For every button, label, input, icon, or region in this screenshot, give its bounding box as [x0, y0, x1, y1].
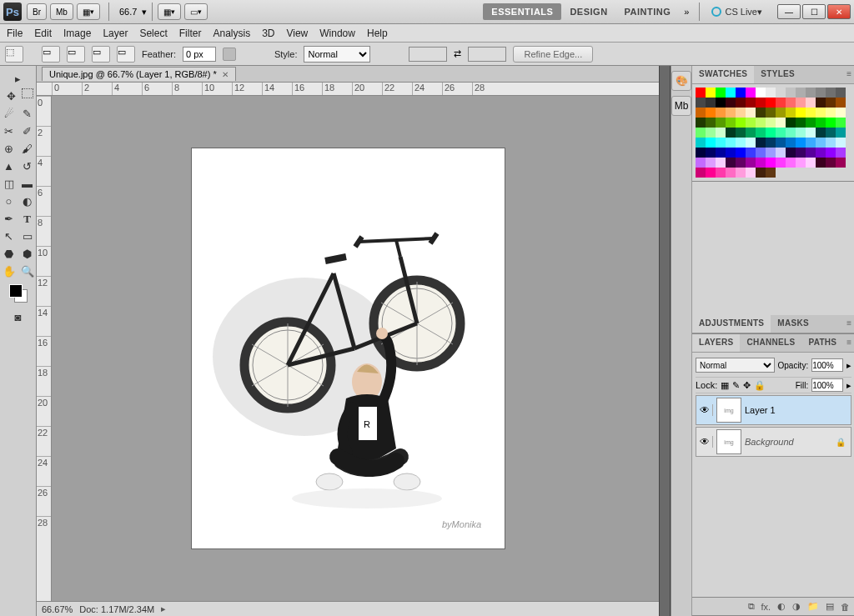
swatch[interactable] — [726, 118, 736, 128]
marquee-tool[interactable] — [22, 88, 33, 98]
panel-menu-icon[interactable]: ≡ — [843, 334, 854, 352]
layer-name[interactable]: Layer 1 — [745, 405, 776, 415]
swatch[interactable] — [776, 118, 786, 128]
swatch[interactable] — [706, 118, 716, 128]
swatch[interactable] — [696, 158, 706, 168]
menu-edit[interactable]: Edit — [34, 28, 52, 39]
add-selection-icon[interactable]: ▭ — [67, 46, 85, 63]
antialias-checkbox[interactable] — [223, 48, 236, 61]
swatch[interactable] — [696, 148, 706, 158]
gradient-tool[interactable]: ▬ — [19, 176, 36, 192]
brush-tool[interactable]: 🖌 — [19, 141, 36, 157]
swatch[interactable] — [716, 128, 726, 138]
swatch[interactable] — [826, 108, 836, 118]
layers-tab[interactable]: LAYERS — [692, 334, 740, 352]
swatch[interactable] — [746, 158, 756, 168]
stamp-tool[interactable]: ▲ — [1, 158, 18, 174]
shape-tool[interactable]: ▭ — [19, 228, 36, 244]
swatch[interactable] — [766, 108, 776, 118]
layer-thumbnail[interactable]: img — [716, 429, 741, 454]
swatch[interactable] — [756, 108, 766, 118]
workspace-painting[interactable]: PAINTING — [616, 3, 680, 20]
swatch[interactable] — [836, 128, 846, 138]
path-select-tool[interactable]: ↖ — [1, 228, 18, 244]
swatch[interactable] — [826, 118, 836, 128]
swatch[interactable] — [776, 148, 786, 158]
lock-position-icon[interactable]: ✥ — [743, 380, 751, 391]
swatch[interactable] — [776, 98, 786, 108]
bridge-button[interactable]: Br — [27, 3, 47, 20]
layer-thumbnail[interactable]: img — [716, 398, 741, 423]
swatch[interactable] — [736, 118, 746, 128]
3d-camera-tool[interactable]: ⬢ — [19, 246, 36, 262]
swatch[interactable] — [796, 118, 806, 128]
maximize-button[interactable]: ☐ — [802, 4, 826, 19]
swatch[interactable] — [696, 108, 706, 118]
eraser-tool[interactable]: ◫ — [1, 176, 18, 192]
swatch[interactable] — [806, 108, 816, 118]
swatches-tab[interactable]: SWATCHES — [692, 66, 754, 83]
feather-input[interactable] — [183, 47, 216, 62]
swatch[interactable] — [746, 98, 756, 108]
swatch[interactable] — [786, 158, 796, 168]
swatch[interactable] — [716, 108, 726, 118]
width-field[interactable] — [409, 47, 447, 62]
status-zoom[interactable]: 66.67% — [42, 604, 73, 614]
document-tab[interactable]: Unique.jpg @ 66.7% (Layer 1, RGB/8#) * ✕ — [42, 67, 236, 81]
menu-select[interactable]: Select — [139, 28, 167, 39]
intersect-selection-icon[interactable]: ▭ — [117, 46, 135, 63]
view-extras-dropdown[interactable]: ▦ — [77, 3, 100, 20]
blur-tool[interactable]: ○ — [1, 193, 18, 209]
channels-tab[interactable]: CHANNELS — [740, 334, 801, 352]
lock-pixels-icon[interactable]: ✎ — [732, 380, 740, 391]
swatch[interactable] — [726, 148, 736, 158]
swatch[interactable] — [746, 88, 756, 98]
tool-preset-picker[interactable]: ⬚ — [5, 46, 23, 63]
eyedropper-tool[interactable]: ✐ — [19, 123, 36, 139]
swatch[interactable] — [736, 158, 746, 168]
panel-dock-strip[interactable] — [659, 66, 671, 616]
swatch[interactable] — [746, 118, 756, 128]
swatch[interactable] — [736, 128, 746, 138]
swatch[interactable] — [786, 108, 796, 118]
swatch[interactable] — [766, 88, 776, 98]
swatch[interactable] — [716, 88, 726, 98]
panel-collapse-icon[interactable]: ▸ — [10, 71, 27, 87]
tab-close-icon[interactable]: ✕ — [222, 70, 229, 79]
hand-tool[interactable]: ✋ — [1, 263, 18, 279]
swatch[interactable] — [766, 148, 776, 158]
visibility-icon[interactable]: 👁 — [696, 404, 713, 416]
opacity-flyout-icon[interactable]: ▸ — [846, 360, 851, 371]
swatch[interactable] — [826, 138, 836, 148]
swatch[interactable] — [696, 128, 706, 138]
fill-flyout-icon[interactable]: ▸ — [846, 380, 851, 391]
swatch[interactable] — [796, 88, 806, 98]
menu-help[interactable]: Help — [367, 28, 388, 39]
swatch[interactable] — [806, 88, 816, 98]
document-canvas[interactable]: R byMonika — [192, 148, 505, 548]
swatch[interactable] — [706, 138, 716, 148]
swatch[interactable] — [816, 128, 826, 138]
swatch[interactable] — [806, 148, 816, 158]
swatch[interactable] — [786, 148, 796, 158]
swatch[interactable] — [726, 138, 736, 148]
swatch[interactable] — [756, 128, 766, 138]
swatch[interactable] — [706, 128, 716, 138]
swatch[interactable] — [836, 108, 846, 118]
healing-tool[interactable]: ⊕ — [1, 141, 18, 157]
workspace-essentials[interactable]: ESSENTIALS — [483, 3, 561, 20]
zoom-tool[interactable]: 🔍 — [19, 263, 36, 279]
swatch[interactable] — [746, 128, 756, 138]
swatch[interactable] — [756, 118, 766, 128]
swatch[interactable] — [736, 168, 746, 178]
swatch[interactable] — [736, 148, 746, 158]
minibridge-button[interactable]: Mb — [50, 3, 73, 20]
swatch[interactable] — [786, 118, 796, 128]
swatch[interactable] — [826, 128, 836, 138]
close-button[interactable]: ✕ — [827, 4, 851, 19]
swatch[interactable] — [796, 158, 806, 168]
swatch[interactable] — [826, 88, 836, 98]
minibridge-panel-icon[interactable]: Mb — [671, 96, 691, 116]
swatch[interactable] — [826, 148, 836, 158]
swatch[interactable] — [826, 98, 836, 108]
